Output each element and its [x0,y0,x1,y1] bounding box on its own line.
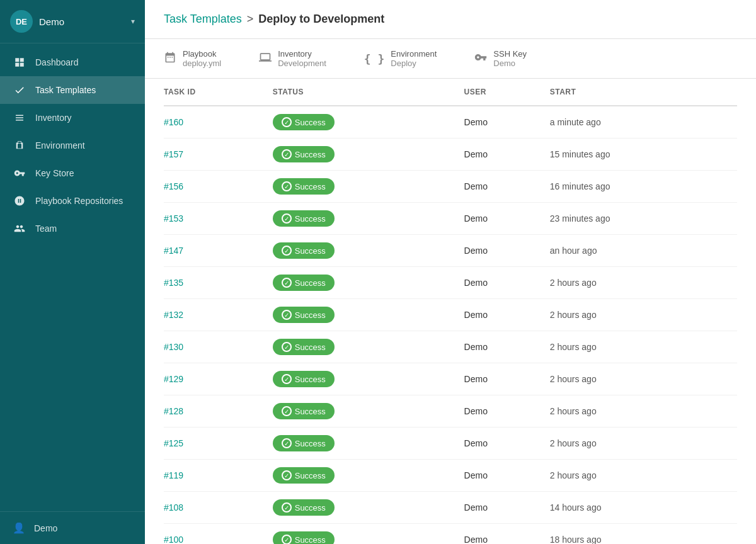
team-icon [13,223,26,234]
col-header-task_id: TASK ID [164,79,273,106]
check-icon: ✓ [282,438,292,448]
check-icon: ✓ [282,502,292,513]
task-id-link[interactable]: #156 [164,181,183,191]
sidebar-nav: Dashboard Task Templates Inventory Envir… [0,43,145,511]
sidebar-item-key-store[interactable]: Key Store [0,159,145,187]
tasks-table-container: TASK IDSTATUSUSERSTART #160 ✓ Success De… [145,79,756,544]
status-badge: ✓ Success [273,531,335,544]
task-id-cell: #100 [164,524,273,545]
task-id-link[interactable]: #160 [164,117,183,127]
main-content: Task Templates > Deploy to Development P… [145,0,756,544]
sidebar-item-label-team: Team [35,224,57,234]
key-store-icon [13,167,26,179]
inventory-icon [13,112,26,123]
environment-icon [13,140,26,151]
table-header-row: TASK IDSTATUSUSERSTART [164,79,737,106]
info-card-ssh-key-value: Demo [493,59,527,68]
user-cell: Demo [464,395,550,428]
table-row: #129 ✓ Success Demo2 hours ago [164,363,737,395]
sidebar-item-inventory[interactable]: Inventory [0,104,145,132]
check-icon: ✓ [282,117,292,127]
user-cell: Demo [464,106,550,139]
task-id-link[interactable]: #130 [164,342,183,352]
task-id-link[interactable]: #128 [164,406,183,416]
status-cell: ✓ Success [273,395,464,428]
table-row: #125 ✓ Success Demo2 hours ago [164,428,737,460]
user-cell: Demo [464,203,550,235]
status-cell: ✓ Success [273,363,464,395]
ssh-key-icon [474,51,487,67]
user-icon: 👤 [13,522,25,534]
task-id-cell: #130 [164,331,273,363]
status-cell: ✓ Success [273,267,464,299]
status-cell: ✓ Success [273,139,464,171]
start-cell: 16 minutes ago [550,171,737,203]
task-id-link[interactable]: #119 [164,470,183,480]
info-card-ssh-key-label: SSH Key [493,49,527,59]
task-id-link[interactable]: #108 [164,502,183,513]
sidebar-item-team[interactable]: Team [0,215,145,242]
sidebar-item-dashboard[interactable]: Dashboard [0,48,145,76]
status-cell: ✓ Success [273,492,464,524]
status-badge: ✓ Success [273,307,335,323]
table-row: #108 ✓ Success Demo14 hours ago [164,492,737,524]
user-cell: Demo [464,428,550,460]
status-badge: ✓ Success [273,114,335,130]
sidebar-item-label-task-templates: Task Templates [35,85,96,95]
sidebar-footer: 👤 Demo [0,511,145,544]
info-card-inventory-value: Development [278,59,326,68]
info-card-environment-label: Environment [391,49,437,59]
table-row: #132 ✓ Success Demo2 hours ago [164,299,737,331]
check-icon: ✓ [282,278,292,288]
app-title: Demo [39,16,131,27]
chevron-down-icon: ▾ [131,17,135,26]
task-id-link[interactable]: #125 [164,438,183,448]
info-cards-row: Playbook deploy.yml Inventory Developmen… [145,39,756,79]
check-icon: ✓ [282,181,292,191]
table-row: #130 ✓ Success Demo2 hours ago [164,331,737,363]
sidebar-item-playbook-repositories[interactable]: Playbook Repositories [0,187,145,215]
status-badge: ✓ Success [273,210,335,227]
task-id-link[interactable]: #132 [164,310,183,320]
task-id-link[interactable]: #100 [164,535,183,544]
task-id-cell: #157 [164,139,273,171]
dashboard-icon [13,57,26,68]
task-id-link[interactable]: #129 [164,374,183,384]
info-card-inventory-label: Inventory [278,49,326,59]
task-templates-icon [13,84,26,96]
status-cell: ✓ Success [273,460,464,492]
playbook-repositories-icon [13,195,26,207]
start-cell: 2 hours ago [550,267,737,299]
app-switcher[interactable]: DE Demo ▾ [0,0,145,43]
environment-icon: { } [364,52,385,66]
task-id-link[interactable]: #147 [164,246,183,256]
user-cell: Demo [464,492,550,524]
info-card-environment-value: Deploy [391,59,437,68]
status-cell: ✓ Success [273,203,464,235]
status-cell: ✓ Success [273,524,464,545]
avatar: DE [10,10,33,33]
task-id-cell: #125 [164,428,273,460]
sidebar-item-task-templates[interactable]: Task Templates [0,76,145,104]
breadcrumb-parent[interactable]: Task Templates [164,13,242,26]
task-id-cell: #128 [164,395,273,428]
task-id-cell: #119 [164,460,273,492]
status-badge: ✓ Success [273,467,335,484]
task-id-cell: #153 [164,203,273,235]
start-cell: an hour ago [550,235,737,267]
info-card-playbook: Playbook deploy.yml [164,49,221,68]
task-id-link[interactable]: #153 [164,213,183,224]
task-id-link[interactable]: #135 [164,278,183,288]
check-icon: ✓ [282,246,292,256]
task-id-cell: #108 [164,492,273,524]
status-badge: ✓ Success [273,371,335,387]
user-cell: Demo [464,460,550,492]
task-id-link[interactable]: #157 [164,149,183,159]
sidebar-item-environment[interactable]: Environment [0,132,145,159]
table-row: #147 ✓ Success Demoan hour ago [164,235,737,267]
user-cell: Demo [464,299,550,331]
status-cell: ✓ Success [273,171,464,203]
table-row: #157 ✓ Success Demo15 minutes ago [164,139,737,171]
status-badge: ✓ Success [273,146,335,162]
user-cell: Demo [464,139,550,171]
